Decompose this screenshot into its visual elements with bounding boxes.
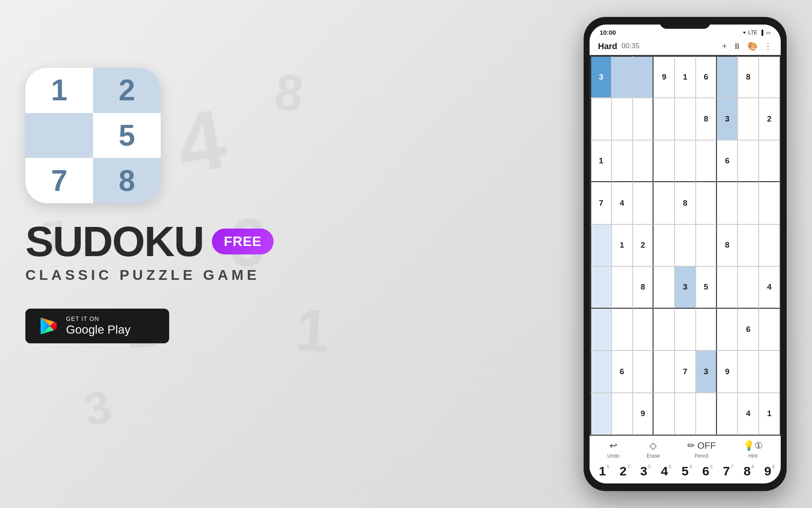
num-btn-3[interactable]: 35	[640, 465, 647, 478]
cell-2-0[interactable]: 1	[590, 140, 612, 182]
cell-8-3[interactable]	[653, 393, 675, 435]
num-btn-9[interactable]: 96	[764, 465, 771, 478]
cell-4-6[interactable]: 8	[717, 224, 738, 266]
cell-0-1[interactable]	[612, 56, 633, 98]
cell-8-8[interactable]: 1	[759, 393, 780, 435]
cell-7-3[interactable]	[653, 351, 675, 392]
cell-0-6[interactable]	[717, 56, 738, 98]
num-btn-2[interactable]: 27	[620, 465, 627, 478]
num-btn-7[interactable]: 77	[723, 465, 730, 478]
cell-4-7[interactable]	[738, 224, 759, 266]
cell-1-3[interactable]	[653, 98, 675, 140]
cell-0-4[interactable]: 1	[675, 56, 696, 98]
cell-2-3[interactable]	[653, 140, 675, 182]
cell-4-2[interactable]: 2	[633, 224, 654, 266]
pause-icon[interactable]: ⏸	[733, 41, 741, 51]
cell-1-0[interactable]	[590, 98, 612, 140]
cell-3-3[interactable]	[653, 182, 675, 224]
cell-8-7[interactable]: 4	[738, 393, 759, 435]
undo-button[interactable]: ↩ Undo	[607, 440, 620, 459]
cell-4-4[interactable]	[675, 224, 696, 266]
cell-0-2[interactable]	[633, 56, 654, 98]
cell-2-2[interactable]	[633, 140, 654, 182]
cell-2-4[interactable]	[675, 140, 696, 182]
more-icon[interactable]: ⋮	[764, 41, 772, 51]
cell-8-4[interactable]	[675, 393, 696, 435]
cell-1-5[interactable]: 8	[696, 98, 717, 140]
cell-0-7[interactable]: 8	[738, 56, 759, 98]
cell-2-8[interactable]	[759, 140, 780, 182]
cell-6-0[interactable]	[590, 309, 612, 351]
cell-4-8[interactable]	[759, 224, 780, 266]
cell-5-7[interactable]	[738, 266, 759, 308]
cell-0-0[interactable]: 3	[590, 56, 612, 98]
cell-5-2[interactable]: 8	[633, 266, 654, 308]
cell-7-2[interactable]	[633, 351, 654, 392]
cell-7-6[interactable]: 9	[717, 351, 738, 392]
cell-4-0[interactable]	[590, 224, 612, 266]
cell-1-1[interactable]	[612, 98, 633, 140]
pencil-button[interactable]: ✏ OFF Pencil	[687, 440, 716, 459]
cell-7-4[interactable]: 7	[675, 351, 696, 392]
cell-2-5[interactable]	[696, 140, 717, 182]
cell-0-5[interactable]: 6	[696, 56, 717, 98]
cell-7-7[interactable]	[738, 351, 759, 392]
cell-3-4[interactable]: 8	[675, 182, 696, 224]
cell-6-3[interactable]	[653, 309, 675, 351]
cell-7-5[interactable]: 3	[696, 351, 717, 392]
cell-6-2[interactable]	[633, 309, 654, 351]
num-btn-8[interactable]: 84	[743, 465, 751, 478]
cell-5-0[interactable]	[590, 266, 612, 308]
cell-4-3[interactable]	[653, 224, 675, 266]
cell-5-8[interactable]: 4	[759, 266, 780, 308]
cell-6-1[interactable]	[612, 309, 633, 351]
cell-6-5[interactable]	[696, 309, 717, 351]
cell-3-1[interactable]: 4	[612, 182, 633, 224]
cell-1-6[interactable]: 3	[717, 98, 738, 140]
cell-1-7[interactable]	[738, 98, 759, 140]
cell-6-4[interactable]	[675, 309, 696, 351]
cell-5-4[interactable]: 3	[675, 266, 696, 308]
cell-1-4[interactable]	[675, 98, 696, 140]
cell-8-6[interactable]	[717, 393, 738, 435]
num-btn-1[interactable]: 15	[599, 465, 606, 478]
cell-3-6[interactable]	[717, 182, 738, 224]
num-btn-4[interactable]: 46	[661, 465, 668, 478]
cell-1-2[interactable]	[633, 98, 654, 140]
icon-cell-0: 1	[25, 68, 93, 113]
cell-2-1[interactable]	[612, 140, 633, 182]
cell-6-6[interactable]	[717, 309, 738, 351]
cell-6-8[interactable]	[759, 309, 780, 351]
google-play-button[interactable]: GET IT ON Google Play	[25, 309, 169, 343]
cell-8-1[interactable]	[612, 393, 633, 435]
cell-4-1[interactable]: 1	[612, 224, 633, 266]
cell-5-5[interactable]: 5	[696, 266, 717, 308]
cell-7-8[interactable]	[759, 351, 780, 392]
cell-3-0[interactable]: 7	[590, 182, 612, 224]
cell-8-5[interactable]	[696, 393, 717, 435]
palette-icon[interactable]: 🎨	[747, 41, 758, 51]
cell-3-7[interactable]	[738, 182, 759, 224]
cell-3-5[interactable]	[696, 182, 717, 224]
cell-2-7[interactable]	[738, 140, 759, 182]
cell-2-6[interactable]: 6	[717, 140, 738, 182]
cell-7-0[interactable]	[590, 351, 612, 392]
cell-5-6[interactable]	[717, 266, 738, 308]
num-btn-5[interactable]: 58	[682, 465, 689, 478]
cell-8-0[interactable]	[590, 393, 612, 435]
num-btn-6[interactable]: 65	[702, 465, 709, 478]
cell-4-5[interactable]	[696, 224, 717, 266]
cell-0-3[interactable]: 9	[653, 56, 675, 98]
cell-5-3[interactable]	[653, 266, 675, 308]
cell-7-1[interactable]: 6	[612, 351, 633, 392]
hint-button[interactable]: 💡① Hint	[743, 440, 763, 459]
cell-3-8[interactable]	[759, 182, 780, 224]
cell-8-2[interactable]: 9	[633, 393, 654, 435]
cell-1-8[interactable]: 2	[759, 98, 780, 140]
cell-5-1[interactable]	[612, 266, 633, 308]
cell-0-8[interactable]	[759, 56, 780, 98]
cell-3-2[interactable]	[633, 182, 654, 224]
add-icon[interactable]: +	[722, 41, 727, 51]
erase-button[interactable]: ◇ Erase	[647, 440, 660, 459]
cell-6-7[interactable]: 6	[738, 309, 759, 351]
